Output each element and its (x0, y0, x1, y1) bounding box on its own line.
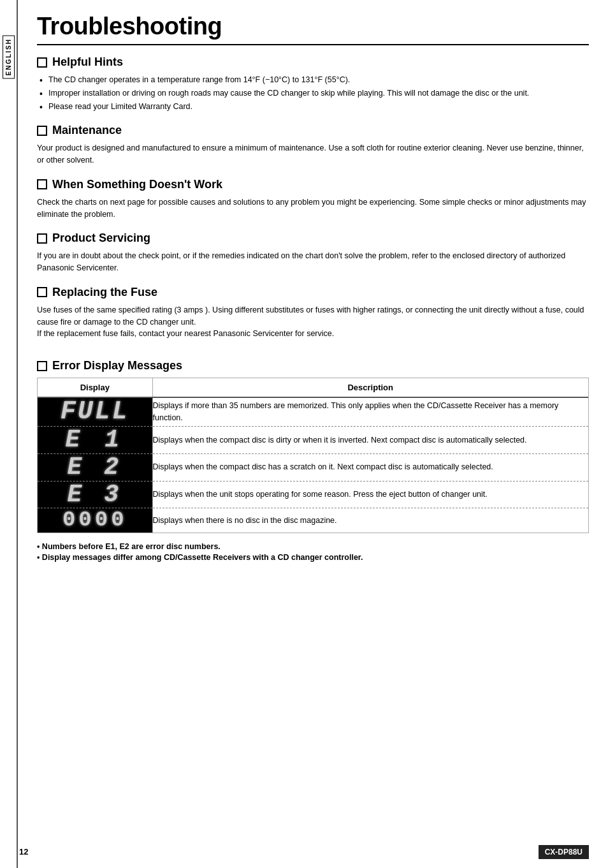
error-table-wrapper: Display Description FULLDisplays if more… (37, 378, 589, 533)
display-cell: E 1 (38, 427, 152, 454)
display-cell: FULL (38, 397, 152, 427)
section-product-servicing: Product Servicing If you are in doubt ab… (37, 232, 589, 274)
desc-cell: Displays when the compact disc is dirty … (152, 427, 588, 454)
list-item: Please read your Limited Warranty Card. (40, 101, 589, 113)
list-item: Improper installation or driving on roug… (40, 87, 589, 99)
table-row: E 3Displays when the unit stops operatin… (38, 481, 588, 508)
helpful-hints-heading: Helpful Hints (37, 55, 589, 69)
replacing-fuse-heading: Replacing the Fuse (37, 286, 589, 299)
replacing-fuse-title: Replacing the Fuse (52, 286, 157, 299)
helpful-hints-body: The CD changer operates in a temperature… (37, 74, 589, 112)
maintenance-heading: Maintenance (37, 124, 589, 137)
product-servicing-body: If you are in doubt about the check poin… (37, 250, 589, 274)
helpful-hints-title: Helpful Hints (52, 55, 123, 69)
page-number: 12 (19, 847, 28, 857)
checkbox-icon-maintenance (37, 126, 47, 136)
maintenance-body: Your product is designed and manufacture… (37, 142, 589, 166)
checkbox-icon-when-something (37, 179, 47, 189)
main-content: Troubleshooting Helpful Hints The CD cha… (18, 0, 608, 868)
replacing-fuse-body: Use fuses of the same specified rating (… (37, 304, 589, 340)
desc-cell: Displays when the compact disc has a scr… (152, 453, 588, 481)
section-maintenance: Maintenance Your product is designed and… (37, 124, 589, 166)
display-cell: E 3 (38, 481, 152, 508)
desc-cell: Displays when there is no disc in the di… (152, 508, 588, 533)
section-helpful-hints: Helpful Hints The CD changer operates in… (37, 55, 589, 112)
sidebar: ENGLISH (0, 0, 18, 868)
checkbox-icon-helpful-hints (37, 57, 47, 68)
helpful-hints-list: The CD changer operates in a temperature… (37, 74, 589, 112)
desc-cell: Displays if more than 35 numbers are mem… (152, 397, 588, 427)
footer-note-1: • Numbers before E1, E2 are error disc n… (37, 542, 589, 551)
display-text: E 2 (38, 454, 152, 481)
error-table: Display Description FULLDisplays if more… (38, 378, 588, 533)
col-display-header: Display (38, 378, 152, 397)
checkbox-icon-replacing-fuse (37, 287, 47, 297)
display-cell: 0000 (38, 508, 152, 533)
model-tag: CX-DP88U (539, 845, 589, 859)
table-row: E 1Displays when the compact disc is dir… (38, 427, 588, 454)
list-item: The CD changer operates in a temperature… (40, 74, 589, 86)
checkbox-icon-product-servicing (37, 233, 47, 244)
table-row: 0000Displays when there is no disc in th… (38, 508, 588, 533)
error-section: Error Display Messages Display Descripti… (37, 359, 589, 562)
table-header-row: Display Description (38, 378, 588, 397)
product-servicing-heading: Product Servicing (37, 232, 589, 245)
display-cell: E 2 (38, 453, 152, 481)
display-text: E 1 (38, 427, 152, 453)
when-something-heading: When Something Doesn't Work (37, 178, 589, 191)
display-text: E 3 (38, 482, 152, 508)
replacing-fuse-text: Use fuses of the same specified rating (… (37, 305, 584, 339)
section-replacing-fuse: Replacing the Fuse Use fuses of the same… (37, 286, 589, 340)
product-servicing-title: Product Servicing (52, 232, 150, 245)
error-section-title: Error Display Messages (52, 359, 182, 372)
maintenance-title: Maintenance (52, 124, 122, 137)
desc-cell: Displays when the unit stops operating f… (152, 481, 588, 508)
error-section-heading: Error Display Messages (37, 359, 589, 372)
title-divider (37, 44, 589, 45)
footer-notes: • Numbers before E1, E2 are error disc n… (37, 542, 589, 562)
table-row: FULLDisplays if more than 35 numbers are… (38, 397, 588, 427)
table-row: E 2Displays when the compact disc has a … (38, 453, 588, 481)
checkbox-icon-error (37, 361, 47, 371)
section-when-something: When Something Doesn't Work Check the ch… (37, 178, 589, 221)
display-text: 0000 (38, 508, 152, 532)
page-title: Troubleshooting (37, 13, 589, 40)
display-text: FULL (38, 398, 152, 426)
footer-note-2: • Display messages differ among CD/Casse… (37, 553, 589, 562)
sidebar-language-label: ENGLISH (3, 35, 15, 78)
when-something-body: Check the charts on next page for possib… (37, 196, 589, 221)
when-something-title: When Something Doesn't Work (52, 178, 222, 191)
col-description-header: Description (152, 378, 588, 397)
